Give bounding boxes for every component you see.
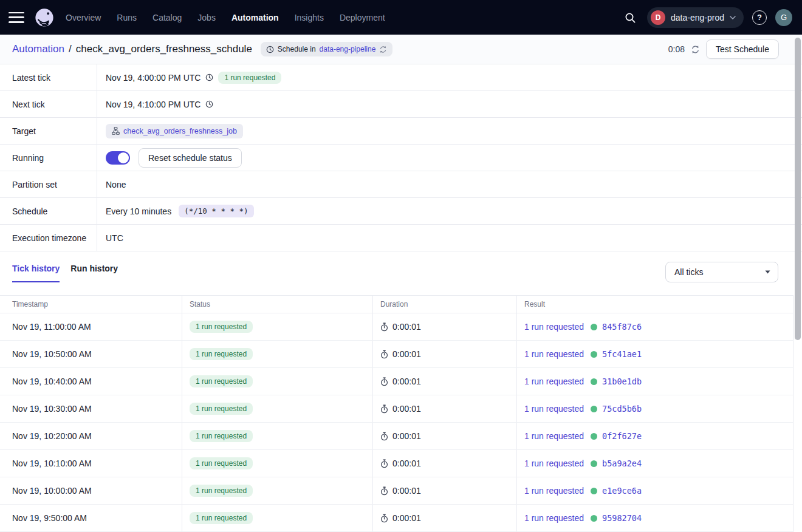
run-id-link[interactable]: b5a9a2e4 <box>602 459 642 468</box>
user-avatar[interactable]: G <box>775 9 792 26</box>
tick-timestamp: Nov 19, 10:40:00 AM <box>12 377 92 386</box>
tick-duration-cell: 0:00:01 <box>373 423 517 449</box>
run-requested-link[interactable]: 1 run requested <box>524 349 584 359</box>
column-header-duration: Duration <box>373 296 517 313</box>
latest-tick-value: Nov 19, 4:00:00 PM UTC <box>106 73 200 83</box>
stopwatch-icon <box>380 459 388 468</box>
help-button[interactable]: ? <box>752 10 767 25</box>
tick-duration: 0:00:01 <box>392 486 421 496</box>
cron-expression-badge: (*/10 * * * *) <box>179 205 253 217</box>
run-requested-link[interactable]: 1 run requested <box>524 431 584 441</box>
reset-schedule-status-button[interactable]: Reset schedule status <box>139 148 242 168</box>
nav-item-insights[interactable]: Insights <box>295 13 324 22</box>
tick-status-cell: 1 run requested <box>182 423 373 449</box>
run-id-link[interactable]: e1e9ce6a <box>602 486 642 496</box>
tick-status-badge: 1 run requested <box>190 375 253 387</box>
latest-tick-status-badge: 1 run requested <box>218 72 281 84</box>
stopwatch-icon <box>380 350 388 359</box>
search-button[interactable] <box>622 9 639 26</box>
breadcrumb-automation-link[interactable]: Automation <box>12 43 64 55</box>
column-header-status: Status <box>182 296 373 313</box>
user-initial: G <box>781 13 787 22</box>
run-id-link[interactable]: 845f87c6 <box>602 322 642 332</box>
timezone-value: UTC <box>106 233 123 243</box>
tick-timestamp: Nov 19, 11:00:00 AM <box>12 322 91 332</box>
column-header-timestamp: Timestamp <box>0 296 182 313</box>
tick-timestamp: Nov 19, 10:10:00 AM <box>12 459 92 468</box>
clock-icon <box>205 100 213 108</box>
next-tick-value: Nov 19, 4:10:00 PM UTC <box>106 100 200 109</box>
nav-item-automation[interactable]: Automation <box>231 13 279 22</box>
run-id-link[interactable]: 75cd5b6b <box>602 404 642 414</box>
top-navbar: Overview Runs Catalog Jobs Automation In… <box>0 0 802 35</box>
table-header-row: Timestamp Status Duration Result <box>0 296 793 313</box>
test-schedule-button[interactable]: Test Schedule <box>706 39 779 59</box>
run-requested-link[interactable]: 1 run requested <box>524 486 584 496</box>
nav-item-deployment[interactable]: Deployment <box>340 13 385 22</box>
tick-result-cell: 1 run requested 75cd5b6b <box>517 395 793 422</box>
run-success-dot-icon <box>591 324 597 330</box>
primary-nav: Overview Runs Catalog Jobs Automation In… <box>66 13 385 22</box>
tick-timestamp: Nov 19, 10:00:00 AM <box>12 486 92 496</box>
nav-item-jobs[interactable]: Jobs <box>197 13 216 22</box>
running-toggle[interactable] <box>106 151 130 165</box>
run-requested-link[interactable]: 1 run requested <box>524 404 584 414</box>
tick-filter-dropdown[interactable]: All ticks <box>665 262 778 282</box>
stopwatch-icon <box>380 322 388 332</box>
job-graph-icon <box>112 127 120 135</box>
stopwatch-icon <box>380 432 388 441</box>
run-id-link[interactable]: 31b0e1db <box>602 377 642 386</box>
tick-duration-cell: 0:00:01 <box>373 313 517 340</box>
nav-item-overview[interactable]: Overview <box>66 13 101 22</box>
tick-duration-cell: 0:00:01 <box>373 450 517 477</box>
stopwatch-icon <box>380 486 388 496</box>
workspace-name: data-eng-prod <box>671 13 724 22</box>
tick-timestamp: Nov 19, 10:50:00 AM <box>12 349 92 359</box>
vertical-scrollbar[interactable] <box>793 35 802 532</box>
run-requested-link[interactable]: 1 run requested <box>524 322 584 332</box>
run-success-dot-icon <box>591 488 597 494</box>
target-job-pill[interactable]: check_avg_orders_freshness_job <box>106 124 243 138</box>
sync-icon <box>379 46 387 53</box>
refresh-button[interactable] <box>691 45 700 54</box>
tick-duration: 0:00:01 <box>392 377 421 386</box>
detail-row-timezone: Execution timezone UTC <box>0 225 802 251</box>
scrollbar-thumb[interactable] <box>795 38 801 340</box>
app-window: Overview Runs Catalog Jobs Automation In… <box>0 0 802 532</box>
search-icon <box>624 12 636 24</box>
dagster-logo[interactable] <box>34 7 55 28</box>
tick-status-cell: 1 run requested <box>182 477 373 504</box>
tab-tick-history[interactable]: Tick history <box>12 264 60 282</box>
tick-status-badge: 1 run requested <box>190 512 253 524</box>
table-body: Nov 19, 11:00:00 AM 1 run requested 0:00… <box>0 313 793 532</box>
stopwatch-icon <box>380 404 388 414</box>
run-requested-link[interactable]: 1 run requested <box>524 377 584 386</box>
tick-timestamp-cell: Nov 19, 10:00:00 AM <box>0 477 182 504</box>
tick-status-badge: 1 run requested <box>190 348 253 360</box>
run-requested-link[interactable]: 1 run requested <box>524 459 584 468</box>
nav-item-runs[interactable]: Runs <box>117 13 137 22</box>
clock-icon <box>266 46 274 53</box>
nav-item-catalog[interactable]: Catalog <box>153 13 182 22</box>
tick-result-cell: 1 run requested 95982704 <box>517 505 793 531</box>
chevron-down-icon <box>730 16 736 19</box>
pipeline-link[interactable]: data-eng-pipeline <box>320 45 376 53</box>
run-success-dot-icon <box>591 460 597 467</box>
menu-icon[interactable] <box>9 12 24 23</box>
detail-label: Execution timezone <box>0 225 97 251</box>
run-id-link[interactable]: 0f2f627e <box>602 431 642 441</box>
caret-down-icon <box>765 270 770 274</box>
table-row: Nov 19, 10:30:00 AM 1 run requested 0:00… <box>0 395 793 423</box>
run-success-dot-icon <box>591 378 597 385</box>
run-requested-link[interactable]: 1 run requested <box>524 513 584 523</box>
table-row: Nov 19, 10:40:00 AM 1 run requested 0:00… <box>0 368 793 395</box>
tick-duration: 0:00:01 <box>392 349 421 359</box>
run-id-link[interactable]: 95982704 <box>602 513 642 523</box>
partition-set-value: None <box>106 180 126 189</box>
detail-label: Latest tick <box>0 64 97 90</box>
breadcrumb-separator: / <box>69 43 72 55</box>
tab-run-history[interactable]: Run history <box>70 264 118 282</box>
workspace-switcher[interactable]: D data-eng-prod <box>647 7 744 28</box>
detail-row-next-tick: Next tick Nov 19, 4:10:00 PM UTC <box>0 91 802 118</box>
run-id-link[interactable]: 5fc41ae1 <box>602 349 642 359</box>
